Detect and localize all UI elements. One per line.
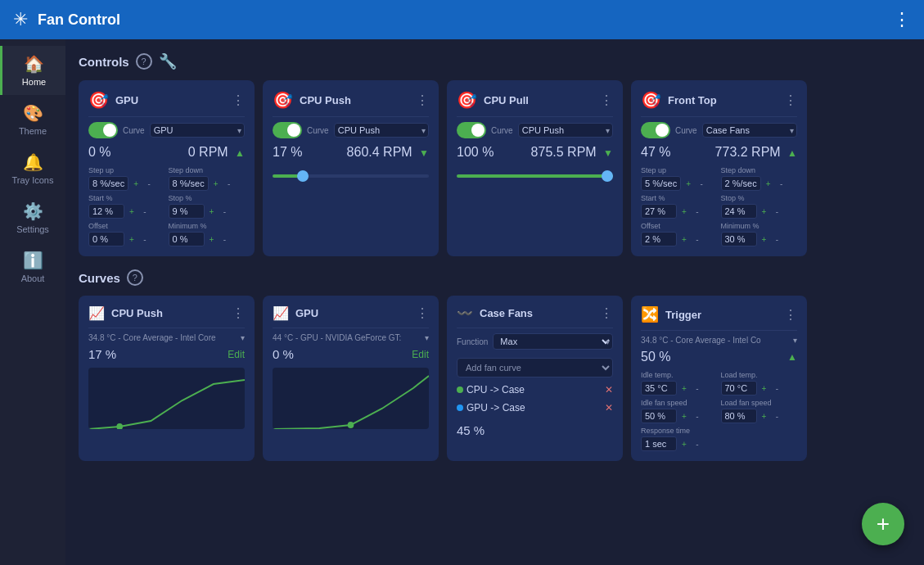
gpu-min-plus[interactable]: + — [206, 235, 218, 244]
front-top-stop-plus[interactable]: + — [759, 207, 770, 216]
front-top-start-minus[interactable]: - — [692, 207, 703, 216]
trigger-temp-source-chevron[interactable]: ▾ — [793, 336, 797, 345]
front-top-card-menu-icon[interactable]: ⋮ — [784, 93, 797, 108]
trigger-load-fan-minus[interactable]: - — [772, 412, 783, 421]
gpu-rpm-row: 0 % 0 RPM ▲ — [88, 145, 245, 160]
front-top-stop-minus[interactable]: - — [772, 207, 783, 216]
cpu-push-toggle[interactable] — [273, 122, 302, 138]
trigger-idle-temp-minus[interactable]: - — [692, 384, 703, 393]
cpu-pull-rpm-row: 100 % 875.5 RPM ▼ — [457, 145, 613, 160]
front-top-offset-plus[interactable]: + — [678, 235, 690, 244]
front-top-step-up-minus[interactable]: - — [696, 179, 707, 188]
front-top-step-down-minus[interactable]: - — [776, 179, 787, 188]
gpu-step-down-plus[interactable]: + — [210, 179, 222, 188]
front-top-min-plus[interactable]: + — [759, 235, 770, 244]
cpu-pull-toggle[interactable] — [457, 122, 486, 138]
gpu-start-plus[interactable]: + — [126, 207, 137, 216]
cpu-push-pct-row: 17 % Edit — [88, 347, 245, 361]
cpu-push-curve-label: Curve — [307, 126, 329, 135]
gpu-stop-plus[interactable]: + — [206, 207, 218, 216]
front-top-step-down-plus[interactable]: + — [763, 179, 774, 188]
gpu-step-up-minus[interactable]: - — [143, 179, 155, 188]
cpu-pull-slider-container — [457, 166, 613, 181]
trigger-load-temp-plus[interactable]: + — [759, 384, 770, 393]
gpu-case-remove-icon[interactable]: ✕ — [605, 402, 613, 414]
front-top-step-up: Step up 5 %/sec + - — [641, 166, 718, 191]
gpu-step-down-value: 8 %/sec — [169, 176, 209, 191]
cpu-push-curve-menu-icon[interactable]: ⋮ — [232, 305, 245, 321]
gpu-step-down-minus[interactable]: - — [223, 179, 235, 188]
controls-header: Controls ? 🔧 — [79, 52, 911, 70]
controls-wrench-icon[interactable]: 🔧 — [159, 52, 177, 70]
sidebar-item-home[interactable]: 🏠 Home — [0, 46, 65, 95]
trigger-response-plus[interactable]: + — [678, 440, 690, 449]
topbar-menu-icon[interactable]: ⋮ — [893, 9, 911, 30]
case-fans-menu-icon[interactable]: ⋮ — [600, 305, 613, 321]
trigger-idle-fan: Idle fan speed 50 % + - — [641, 399, 718, 423]
gpu-rpm-arrow-icon[interactable]: ▲ — [235, 147, 245, 159]
cpu-case-dot-icon — [457, 386, 463, 393]
app-title: Fan Control — [38, 11, 120, 29]
trigger-idle-fan-minus[interactable]: - — [692, 412, 703, 421]
controls-title: Controls — [79, 55, 129, 69]
front-top-step-up-plus[interactable]: + — [683, 179, 694, 188]
front-top-rpm-arrow-icon[interactable]: ▲ — [787, 147, 797, 159]
cpu-push-rpm-arrow-icon[interactable]: ▼ — [419, 147, 429, 159]
front-top-curve-select[interactable]: Case Fans — [702, 123, 797, 138]
cpu-push-curve-select-wrap: CPU Push — [334, 123, 429, 138]
gpu-curve-select[interactable]: GPU — [150, 123, 245, 138]
fan-curve-entry-cpu-case: CPU -> Case ✕ — [457, 381, 613, 399]
add-fan-curve-select[interactable]: Add fan curve — [457, 358, 613, 377]
sidebar-item-tray-icons[interactable]: 🔔 Tray Icons — [0, 144, 65, 193]
cpu-pull-rpm-arrow-icon[interactable]: ▼ — [603, 147, 613, 159]
trigger-collapse-icon[interactable]: ▲ — [787, 351, 797, 363]
front-top-stop-value: 24 % — [721, 204, 757, 219]
trigger-temp-source: 34.8 °C - Core Average - Intel Co — [641, 336, 790, 345]
gpu-curve-temp-source-chevron[interactable]: ▾ — [425, 333, 429, 342]
gpu-curve-menu-icon[interactable]: ⋮ — [416, 305, 429, 321]
cpu-push-edit-button[interactable]: Edit — [228, 349, 245, 360]
cpu-pull-curve-select-wrap: CPU Push — [518, 123, 613, 138]
trigger-load-fan-plus[interactable]: + — [759, 412, 770, 421]
front-top-toggle[interactable] — [641, 122, 670, 138]
gpu-offset-minus[interactable]: - — [139, 235, 151, 244]
cpu-pull-slider[interactable] — [457, 174, 613, 178]
front-top-min-minus[interactable]: - — [772, 235, 783, 244]
trigger-response-minus[interactable]: - — [692, 440, 703, 449]
trigger-load-temp-minus[interactable]: - — [772, 384, 783, 393]
cpu-push-slider[interactable] — [273, 174, 429, 178]
front-top-start-plus[interactable]: + — [678, 207, 690, 216]
front-top-card-title: Front Top — [668, 94, 784, 106]
controls-help-icon[interactable]: ? — [136, 53, 152, 70]
cpu-pull-card-menu-icon[interactable]: ⋮ — [600, 93, 613, 108]
gpu-toggle[interactable] — [88, 122, 118, 138]
cpu-push-temp-source: 34.8 °C - Core Average - Intel Core — [88, 333, 237, 342]
gpu-stop-minus[interactable]: - — [219, 207, 231, 216]
sidebar-item-settings[interactable]: ⚙️ Settings — [0, 193, 65, 242]
add-fab-button[interactable]: + — [862, 503, 904, 545]
trigger-menu-icon[interactable]: ⋮ — [784, 307, 797, 323]
cpu-push-card-menu-icon[interactable]: ⋮ — [416, 93, 429, 108]
cpu-push-temp-source-chevron[interactable]: ▾ — [241, 333, 245, 342]
case-fans-function-select[interactable]: Max — [493, 333, 613, 350]
cpu-push-curve-select[interactable]: CPU Push — [334, 123, 429, 138]
trigger-load-temp-value: 70 °C — [721, 381, 757, 396]
gpu-start-minus[interactable]: - — [139, 207, 151, 216]
sidebar-item-theme[interactable]: 🎨 Theme — [0, 95, 65, 144]
cpu-pull-curve-select[interactable]: CPU Push — [518, 123, 613, 138]
sidebar-label-home: Home — [22, 77, 46, 87]
trigger-idle-fan-plus[interactable]: + — [678, 412, 690, 421]
gpu-curve-edit-button[interactable]: Edit — [412, 349, 429, 360]
front-top-percent: 47 % — [641, 145, 670, 160]
front-top-offset-minus[interactable]: - — [692, 235, 703, 244]
gpu-offset-value: 0 % — [88, 232, 124, 246]
cpu-case-remove-icon[interactable]: ✕ — [605, 384, 613, 396]
gpu-offset-plus[interactable]: + — [126, 235, 137, 244]
gpu-min-minus[interactable]: - — [219, 235, 231, 244]
trigger-idle-temp-plus[interactable]: + — [678, 384, 690, 393]
gpu-card-menu-icon[interactable]: ⋮ — [232, 93, 245, 108]
sidebar-item-about[interactable]: ℹ️ About — [0, 242, 65, 292]
curves-help-icon[interactable]: ? — [127, 269, 143, 286]
gpu-step-up-plus[interactable]: + — [130, 179, 142, 188]
gpu-curve-card-header: 📈 GPU ⋮ — [273, 305, 429, 321]
